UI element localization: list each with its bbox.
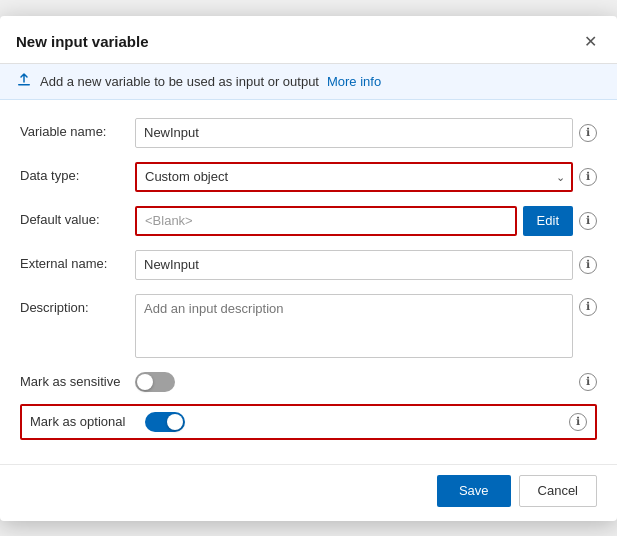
default-value-label: Default value: bbox=[20, 206, 135, 227]
mark-optional-inner: Mark as optional ℹ bbox=[30, 412, 587, 432]
dialog-header: New input variable ✕ bbox=[0, 16, 617, 64]
toggle-thumb-optional bbox=[167, 414, 183, 430]
upload-icon bbox=[16, 72, 32, 91]
variable-name-info-icon[interactable]: ℹ bbox=[579, 124, 597, 142]
description-info-icon[interactable]: ℹ bbox=[579, 298, 597, 316]
mark-optional-label: Mark as optional bbox=[30, 414, 145, 429]
info-symbol: ℹ bbox=[576, 415, 580, 428]
info-symbol: ℹ bbox=[586, 375, 590, 388]
data-type-info-icon[interactable]: ℹ bbox=[579, 168, 597, 186]
mark-sensitive-info-icon[interactable]: ℹ bbox=[579, 373, 597, 391]
external-name-row: External name: ℹ bbox=[20, 250, 597, 280]
description-row: Description: ℹ bbox=[20, 294, 597, 358]
more-info-link[interactable]: More info bbox=[327, 74, 381, 89]
external-name-info-icon[interactable]: ℹ bbox=[579, 256, 597, 274]
svg-rect-0 bbox=[18, 84, 30, 86]
description-control: ℹ bbox=[135, 294, 597, 358]
info-symbol: ℹ bbox=[586, 214, 590, 227]
close-icon: ✕ bbox=[584, 32, 597, 51]
data-type-select-wrap: Custom object Text Number Boolean Date ⌄ bbox=[135, 162, 573, 192]
default-value-control: Edit ℹ bbox=[135, 206, 597, 236]
mark-optional-toggle[interactable] bbox=[145, 412, 185, 432]
new-input-variable-dialog: New input variable ✕ Add a new variable … bbox=[0, 16, 617, 521]
cancel-button[interactable]: Cancel bbox=[519, 475, 597, 507]
external-name-label: External name: bbox=[20, 250, 135, 271]
edit-button[interactable]: Edit bbox=[523, 206, 573, 236]
save-button[interactable]: Save bbox=[437, 475, 511, 507]
mark-optional-row: Mark as optional ℹ bbox=[20, 404, 597, 440]
default-value-input[interactable] bbox=[135, 206, 517, 236]
info-symbol: ℹ bbox=[586, 258, 590, 271]
mark-sensitive-label: Mark as sensitive bbox=[20, 374, 135, 389]
toggle-thumb-sensitive bbox=[137, 374, 153, 390]
variable-name-control: ℹ bbox=[135, 118, 597, 148]
variable-name-row: Variable name: ℹ bbox=[20, 118, 597, 148]
dialog-footer: Save Cancel bbox=[0, 464, 617, 521]
info-symbol: ℹ bbox=[586, 126, 590, 139]
description-textarea[interactable] bbox=[135, 294, 573, 358]
mark-sensitive-toggle[interactable] bbox=[135, 372, 175, 392]
mark-sensitive-row: Mark as sensitive ℹ bbox=[20, 372, 597, 392]
data-type-row: Data type: Custom object Text Number Boo… bbox=[20, 162, 597, 192]
mark-optional-toggle-wrap: ℹ bbox=[145, 412, 587, 432]
mark-sensitive-toggle-wrap: ℹ bbox=[135, 372, 597, 392]
dialog-title: New input variable bbox=[16, 33, 149, 50]
variable-name-input[interactable] bbox=[135, 118, 573, 148]
mark-optional-info-icon[interactable]: ℹ bbox=[569, 413, 587, 431]
data-type-select[interactable]: Custom object Text Number Boolean Date bbox=[135, 162, 573, 192]
external-name-input[interactable] bbox=[135, 250, 573, 280]
default-value-info-icon[interactable]: ℹ bbox=[579, 212, 597, 230]
info-symbol: ℹ bbox=[586, 300, 590, 313]
variable-name-label: Variable name: bbox=[20, 118, 135, 139]
data-type-control: Custom object Text Number Boolean Date ⌄… bbox=[135, 162, 597, 192]
default-value-row: Default value: Edit ℹ bbox=[20, 206, 597, 236]
info-banner: Add a new variable to be used as input o… bbox=[0, 64, 617, 100]
external-name-control: ℹ bbox=[135, 250, 597, 280]
dialog-body: Variable name: ℹ Data type: Custom objec… bbox=[0, 100, 617, 464]
banner-text: Add a new variable to be used as input o… bbox=[40, 74, 319, 89]
info-symbol: ℹ bbox=[586, 170, 590, 183]
data-type-label: Data type: bbox=[20, 162, 135, 183]
description-label: Description: bbox=[20, 294, 135, 315]
close-button[interactable]: ✕ bbox=[580, 30, 601, 53]
